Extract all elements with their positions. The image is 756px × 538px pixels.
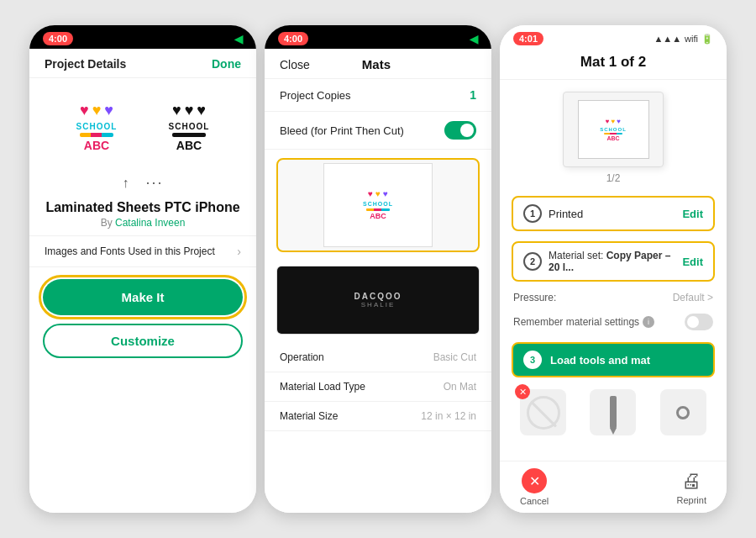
heart-icon-black3: ♥ bbox=[197, 102, 206, 119]
by-label: By bbox=[101, 217, 113, 229]
reprint-icon: 🖨 bbox=[681, 469, 701, 493]
heart-icon-black1: ♥ bbox=[172, 102, 181, 119]
bleed-row: Bleed (for Print Then Cut) bbox=[265, 112, 491, 150]
remember-label-text: Remember material settings bbox=[513, 316, 639, 328]
underline-black bbox=[172, 133, 206, 137]
material-load-value: On Mat bbox=[444, 381, 476, 393]
info-icon: i bbox=[643, 316, 654, 328]
images-fonts-row[interactable]: Images and Fonts Used in this Project › bbox=[29, 235, 256, 267]
abc-label-black: ABC bbox=[176, 139, 202, 152]
mat-thumb-inner: ♥ ♥ ♥ SCHOOL ABC bbox=[578, 100, 649, 159]
step1-edit-button[interactable]: Edit bbox=[682, 208, 703, 220]
screen1-content: Project Details Done ♥ ♥ ♥ SCHOOL ABC bbox=[29, 49, 256, 513]
tool-scroll-item bbox=[660, 389, 706, 435]
pressure-value[interactable]: Default > bbox=[673, 292, 713, 303]
tool-blade-item bbox=[590, 389, 636, 435]
design-color: ♥ ♥ ♥ SCHOOL ABC bbox=[55, 93, 139, 161]
mat2-preview-box: DACQOO SHALIE bbox=[276, 266, 480, 335]
screen2-status-icons: ◀ bbox=[470, 33, 478, 45]
project-copies-value: 1 bbox=[470, 88, 476, 102]
mat-thumbnail-area: ♥ ♥ ♥ SCHOOL ABC 1/2 bbox=[500, 80, 727, 191]
remember-label: Remember material settings i bbox=[513, 316, 654, 328]
step2-circle: 2 bbox=[523, 252, 542, 271]
step2-edit-button[interactable]: Edit bbox=[682, 256, 703, 268]
make-it-button[interactable]: Make It bbox=[43, 279, 243, 315]
step3-circle: 3 bbox=[523, 351, 542, 369]
project-title: Laminated Sheets PTC iPhone bbox=[29, 197, 256, 217]
underline-color bbox=[80, 133, 113, 137]
step1-label: Printed bbox=[549, 208, 583, 220]
heart-icon-black2: ♥ bbox=[185, 102, 194, 119]
abc-label-color: ABC bbox=[84, 139, 109, 152]
mats-title: Mats bbox=[362, 57, 391, 71]
school-label-color: SCHOOL bbox=[76, 122, 118, 131]
screen2-content: Close Mats Project Copies 1 Bleed (for P… bbox=[265, 49, 491, 513]
pressure-row: Pressure: Default > bbox=[500, 287, 727, 309]
bleed-label: Bleed (for Print Then Cut) bbox=[280, 124, 404, 137]
screen3-status-bar: 4:01 ▲▲▲ wifi 🔋 bbox=[500, 25, 727, 49]
tool-scroll-icon bbox=[676, 406, 690, 419]
screen1-time: 4:00 bbox=[43, 32, 73, 45]
step2-left: 2 Material set: Copy Paper – 20 l... bbox=[523, 250, 682, 273]
black-icons-row: ♥ ♥ ♥ bbox=[172, 102, 206, 119]
screen2-status-bar: 4:00 ◀ bbox=[265, 25, 491, 49]
reprint-label: Reprint bbox=[677, 495, 706, 505]
share-row: ↑ ··· bbox=[29, 169, 256, 197]
mat2-design-text: DACQOO SHALIE bbox=[354, 292, 402, 309]
heart-icon-purple: ♥ bbox=[104, 102, 113, 119]
battery-icon: 🔋 bbox=[701, 34, 713, 45]
screen3-time: 4:01 bbox=[513, 32, 543, 45]
step2-label: Material set: Copy Paper – 20 l... bbox=[549, 250, 682, 273]
mat1-preview-inner: ♥ ♥ ♥ SCHOOL ABC bbox=[323, 163, 433, 247]
step2-box: 2 Material set: Copy Paper – 20 l... Edi… bbox=[512, 241, 715, 282]
done-button[interactable]: Done bbox=[212, 57, 241, 71]
project-copies-row: Project Copies 1 bbox=[265, 79, 491, 112]
cancel-footer-btn[interactable]: ✕ Cancel bbox=[520, 468, 549, 506]
step2-label-text: Material set: bbox=[549, 250, 603, 261]
material-size-value: 12 in × 12 in bbox=[421, 410, 476, 422]
operation-row: Operation Basic Cut bbox=[265, 343, 491, 372]
remember-row: Remember material settings i bbox=[500, 309, 727, 337]
chevron-right-icon: › bbox=[237, 245, 241, 258]
school-label-black: SCHOOL bbox=[169, 122, 210, 131]
operation-value: Basic Cut bbox=[433, 351, 476, 363]
reprint-footer-btn[interactable]: 🖨 Reprint bbox=[677, 469, 706, 505]
tool-cancel-item: ✕ bbox=[520, 389, 566, 435]
mat1-preview-box: ♥ ♥ ♥ SCHOOL ABC bbox=[276, 158, 480, 252]
author-name[interactable]: Catalina Inveen bbox=[115, 217, 185, 229]
s2-bottom-rows: Operation Basic Cut Material Load Type O… bbox=[265, 343, 491, 431]
screen2-time: 4:00 bbox=[278, 32, 308, 45]
mat1-design: ♥ ♥ ♥ SCHOOL ABC bbox=[363, 189, 393, 221]
step3-label: Load tools and mat bbox=[550, 354, 650, 367]
tool-blade-icon bbox=[610, 396, 617, 430]
customize-button[interactable]: Customize bbox=[43, 324, 243, 358]
screen1-footer: Make It Customize bbox=[29, 267, 256, 367]
mat2-preview-inner: DACQOO SHALIE bbox=[277, 266, 479, 334]
tool-no-blade bbox=[527, 396, 560, 430]
mat-thumbnail: ♥ ♥ ♥ SCHOOL ABC bbox=[563, 92, 664, 167]
material-size-label: Material Size bbox=[280, 410, 338, 422]
operation-label: Operation bbox=[280, 351, 324, 363]
screen3-status-icons: ▲▲▲ wifi 🔋 bbox=[654, 34, 713, 45]
material-size-row: Material Size 12 in × 12 in bbox=[265, 402, 491, 431]
signal-icon: ▲▲▲ bbox=[654, 34, 681, 44]
mat-thumb-design: ♥ ♥ ♥ SCHOOL ABC bbox=[600, 118, 627, 141]
screen3: 4:01 ▲▲▲ wifi 🔋 Mat 1 of 2 ♥ ♥ bbox=[500, 25, 727, 513]
close-button[interactable]: Close bbox=[280, 58, 310, 71]
project-copies-label: Project Copies bbox=[280, 89, 351, 102]
material-load-label: Material Load Type bbox=[280, 381, 365, 393]
project-details-title: Project Details bbox=[45, 57, 126, 71]
screen2: 4:00 ◀ Close Mats Project Copies 1 Bleed… bbox=[265, 25, 491, 513]
remember-toggle[interactable] bbox=[685, 314, 713, 330]
more-options-icon[interactable]: ··· bbox=[145, 174, 163, 192]
wifi-icon: wifi bbox=[685, 34, 698, 44]
screen1: 4:00 ◀ Project Details Done ♥ ♥ ♥ SCHOOL bbox=[29, 25, 256, 513]
mat-title: Mat 1 of 2 bbox=[580, 54, 646, 70]
share-icon[interactable]: ↑ bbox=[122, 176, 129, 191]
step1-circle: 1 bbox=[523, 204, 542, 223]
images-fonts-label: Images and Fonts Used in this Project bbox=[45, 245, 215, 257]
screen3-header: Mat 1 of 2 bbox=[500, 49, 727, 80]
tools-row: ✕ bbox=[500, 382, 727, 442]
cancel-circle-icon: ✕ bbox=[522, 468, 547, 493]
bleed-toggle[interactable] bbox=[444, 121, 476, 140]
